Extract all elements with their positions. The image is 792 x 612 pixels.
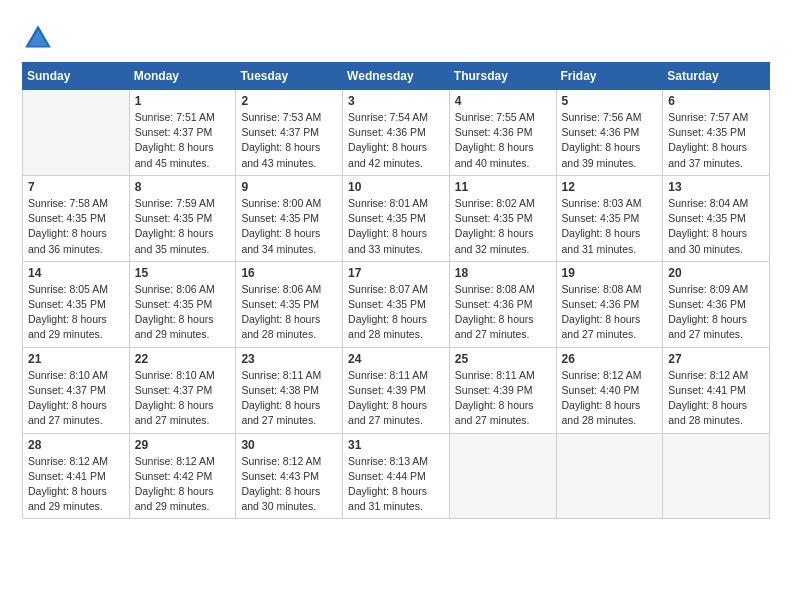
calendar-cell: 25Sunrise: 8:11 AM Sunset: 4:39 PM Dayli… xyxy=(449,347,556,433)
col-header-wednesday: Wednesday xyxy=(343,63,450,90)
day-number: 1 xyxy=(135,94,231,108)
col-header-friday: Friday xyxy=(556,63,663,90)
day-info: Sunrise: 8:11 AM Sunset: 4:39 PM Dayligh… xyxy=(455,368,551,429)
calendar-cell: 17Sunrise: 8:07 AM Sunset: 4:35 PM Dayli… xyxy=(343,261,450,347)
calendar-cell: 31Sunrise: 8:13 AM Sunset: 4:44 PM Dayli… xyxy=(343,433,450,519)
day-number: 11 xyxy=(455,180,551,194)
day-number: 15 xyxy=(135,266,231,280)
day-info: Sunrise: 8:07 AM Sunset: 4:35 PM Dayligh… xyxy=(348,282,444,343)
day-number: 22 xyxy=(135,352,231,366)
day-info: Sunrise: 8:12 AM Sunset: 4:42 PM Dayligh… xyxy=(135,454,231,515)
day-number: 26 xyxy=(562,352,658,366)
day-number: 25 xyxy=(455,352,551,366)
calendar-cell: 29Sunrise: 8:12 AM Sunset: 4:42 PM Dayli… xyxy=(129,433,236,519)
logo xyxy=(22,22,58,54)
calendar-cell: 21Sunrise: 8:10 AM Sunset: 4:37 PM Dayli… xyxy=(23,347,130,433)
calendar-cell: 5Sunrise: 7:56 AM Sunset: 4:36 PM Daylig… xyxy=(556,90,663,176)
calendar-week-row: 28Sunrise: 8:12 AM Sunset: 4:41 PM Dayli… xyxy=(23,433,770,519)
day-info: Sunrise: 7:57 AM Sunset: 4:35 PM Dayligh… xyxy=(668,110,764,171)
day-info: Sunrise: 8:06 AM Sunset: 4:35 PM Dayligh… xyxy=(241,282,337,343)
day-info: Sunrise: 7:51 AM Sunset: 4:37 PM Dayligh… xyxy=(135,110,231,171)
calendar-week-row: 14Sunrise: 8:05 AM Sunset: 4:35 PM Dayli… xyxy=(23,261,770,347)
day-info: Sunrise: 8:05 AM Sunset: 4:35 PM Dayligh… xyxy=(28,282,124,343)
day-number: 27 xyxy=(668,352,764,366)
day-info: Sunrise: 7:59 AM Sunset: 4:35 PM Dayligh… xyxy=(135,196,231,257)
day-number: 20 xyxy=(668,266,764,280)
calendar-cell: 14Sunrise: 8:05 AM Sunset: 4:35 PM Dayli… xyxy=(23,261,130,347)
day-number: 19 xyxy=(562,266,658,280)
day-number: 10 xyxy=(348,180,444,194)
day-number: 21 xyxy=(28,352,124,366)
col-header-thursday: Thursday xyxy=(449,63,556,90)
calendar-cell: 10Sunrise: 8:01 AM Sunset: 4:35 PM Dayli… xyxy=(343,175,450,261)
day-info: Sunrise: 7:58 AM Sunset: 4:35 PM Dayligh… xyxy=(28,196,124,257)
col-header-sunday: Sunday xyxy=(23,63,130,90)
col-header-tuesday: Tuesday xyxy=(236,63,343,90)
calendar-cell: 2Sunrise: 7:53 AM Sunset: 4:37 PM Daylig… xyxy=(236,90,343,176)
day-number: 28 xyxy=(28,438,124,452)
col-header-saturday: Saturday xyxy=(663,63,770,90)
calendar-cell: 23Sunrise: 8:11 AM Sunset: 4:38 PM Dayli… xyxy=(236,347,343,433)
day-number: 18 xyxy=(455,266,551,280)
calendar-cell: 30Sunrise: 8:12 AM Sunset: 4:43 PM Dayli… xyxy=(236,433,343,519)
day-info: Sunrise: 8:10 AM Sunset: 4:37 PM Dayligh… xyxy=(135,368,231,429)
day-number: 14 xyxy=(28,266,124,280)
day-info: Sunrise: 7:54 AM Sunset: 4:36 PM Dayligh… xyxy=(348,110,444,171)
day-info: Sunrise: 8:12 AM Sunset: 4:41 PM Dayligh… xyxy=(668,368,764,429)
calendar-cell: 15Sunrise: 8:06 AM Sunset: 4:35 PM Dayli… xyxy=(129,261,236,347)
calendar-cell: 7Sunrise: 7:58 AM Sunset: 4:35 PM Daylig… xyxy=(23,175,130,261)
day-number: 7 xyxy=(28,180,124,194)
calendar-cell: 9Sunrise: 8:00 AM Sunset: 4:35 PM Daylig… xyxy=(236,175,343,261)
day-info: Sunrise: 8:00 AM Sunset: 4:35 PM Dayligh… xyxy=(241,196,337,257)
day-number: 12 xyxy=(562,180,658,194)
day-number: 24 xyxy=(348,352,444,366)
calendar-week-row: 7Sunrise: 7:58 AM Sunset: 4:35 PM Daylig… xyxy=(23,175,770,261)
day-info: Sunrise: 8:10 AM Sunset: 4:37 PM Dayligh… xyxy=(28,368,124,429)
day-number: 9 xyxy=(241,180,337,194)
day-number: 13 xyxy=(668,180,764,194)
calendar-table: SundayMondayTuesdayWednesdayThursdayFrid… xyxy=(22,62,770,519)
day-info: Sunrise: 8:02 AM Sunset: 4:35 PM Dayligh… xyxy=(455,196,551,257)
day-info: Sunrise: 8:08 AM Sunset: 4:36 PM Dayligh… xyxy=(562,282,658,343)
day-info: Sunrise: 8:12 AM Sunset: 4:40 PM Dayligh… xyxy=(562,368,658,429)
day-number: 4 xyxy=(455,94,551,108)
day-info: Sunrise: 8:06 AM Sunset: 4:35 PM Dayligh… xyxy=(135,282,231,343)
col-header-monday: Monday xyxy=(129,63,236,90)
day-number: 6 xyxy=(668,94,764,108)
calendar-cell: 24Sunrise: 8:11 AM Sunset: 4:39 PM Dayli… xyxy=(343,347,450,433)
day-info: Sunrise: 7:56 AM Sunset: 4:36 PM Dayligh… xyxy=(562,110,658,171)
calendar-cell: 16Sunrise: 8:06 AM Sunset: 4:35 PM Dayli… xyxy=(236,261,343,347)
day-info: Sunrise: 7:53 AM Sunset: 4:37 PM Dayligh… xyxy=(241,110,337,171)
calendar-cell xyxy=(663,433,770,519)
calendar-cell: 20Sunrise: 8:09 AM Sunset: 4:36 PM Dayli… xyxy=(663,261,770,347)
calendar-cell: 28Sunrise: 8:12 AM Sunset: 4:41 PM Dayli… xyxy=(23,433,130,519)
day-info: Sunrise: 8:13 AM Sunset: 4:44 PM Dayligh… xyxy=(348,454,444,515)
calendar-cell: 22Sunrise: 8:10 AM Sunset: 4:37 PM Dayli… xyxy=(129,347,236,433)
day-number: 5 xyxy=(562,94,658,108)
calendar-cell: 11Sunrise: 8:02 AM Sunset: 4:35 PM Dayli… xyxy=(449,175,556,261)
day-info: Sunrise: 8:12 AM Sunset: 4:41 PM Dayligh… xyxy=(28,454,124,515)
calendar-cell: 18Sunrise: 8:08 AM Sunset: 4:36 PM Dayli… xyxy=(449,261,556,347)
day-number: 3 xyxy=(348,94,444,108)
day-info: Sunrise: 8:03 AM Sunset: 4:35 PM Dayligh… xyxy=(562,196,658,257)
day-info: Sunrise: 8:09 AM Sunset: 4:36 PM Dayligh… xyxy=(668,282,764,343)
calendar-week-row: 21Sunrise: 8:10 AM Sunset: 4:37 PM Dayli… xyxy=(23,347,770,433)
calendar-week-row: 1Sunrise: 7:51 AM Sunset: 4:37 PM Daylig… xyxy=(23,90,770,176)
day-number: 2 xyxy=(241,94,337,108)
day-info: Sunrise: 8:12 AM Sunset: 4:43 PM Dayligh… xyxy=(241,454,337,515)
calendar-cell: 6Sunrise: 7:57 AM Sunset: 4:35 PM Daylig… xyxy=(663,90,770,176)
header xyxy=(22,18,770,54)
day-number: 30 xyxy=(241,438,337,452)
day-number: 17 xyxy=(348,266,444,280)
day-info: Sunrise: 8:01 AM Sunset: 4:35 PM Dayligh… xyxy=(348,196,444,257)
calendar-cell: 26Sunrise: 8:12 AM Sunset: 4:40 PM Dayli… xyxy=(556,347,663,433)
day-info: Sunrise: 8:08 AM Sunset: 4:36 PM Dayligh… xyxy=(455,282,551,343)
calendar-cell xyxy=(23,90,130,176)
day-info: Sunrise: 8:11 AM Sunset: 4:38 PM Dayligh… xyxy=(241,368,337,429)
day-number: 29 xyxy=(135,438,231,452)
day-number: 31 xyxy=(348,438,444,452)
calendar-cell: 19Sunrise: 8:08 AM Sunset: 4:36 PM Dayli… xyxy=(556,261,663,347)
calendar-cell: 3Sunrise: 7:54 AM Sunset: 4:36 PM Daylig… xyxy=(343,90,450,176)
day-number: 23 xyxy=(241,352,337,366)
day-info: Sunrise: 7:55 AM Sunset: 4:36 PM Dayligh… xyxy=(455,110,551,171)
